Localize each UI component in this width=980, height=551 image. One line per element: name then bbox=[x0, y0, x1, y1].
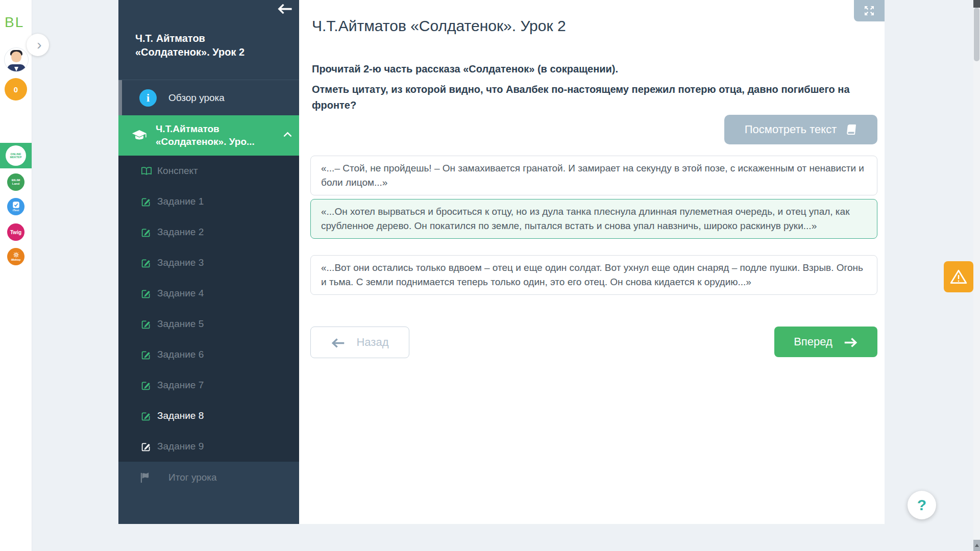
online-mektep-logo-icon: ONLINE MEKTEP bbox=[6, 145, 26, 166]
scrollbar-down-arrow[interactable] bbox=[973, 540, 980, 551]
sidebar-item-task-9[interactable]: Задание 9 bbox=[118, 431, 299, 462]
back-button[interactable] bbox=[276, 1, 294, 16]
page: BL 0 ONLINE MEKTEP BILIM Land iTest Twig bbox=[0, 0, 980, 551]
app-icon-online-mektep[interactable]: ONLINE MEKTEP bbox=[0, 143, 32, 168]
scrollbar-up-arrow[interactable] bbox=[973, 0, 980, 8]
avatar-face bbox=[11, 52, 21, 62]
graduation-cap-icon bbox=[132, 130, 147, 141]
sidebar-item-task-1[interactable]: Задание 1 bbox=[118, 186, 299, 217]
chevron-right-icon: › bbox=[37, 38, 41, 52]
edit-icon bbox=[141, 258, 152, 268]
edit-icon bbox=[141, 227, 152, 238]
bl-logo: BL bbox=[5, 14, 24, 31]
notification-badge[interactable]: 0 bbox=[5, 78, 27, 101]
answer-option-2-selected[interactable]: «...Он хотел вырваться и броситься к отц… bbox=[310, 199, 877, 239]
warning-triangle-icon bbox=[950, 269, 967, 285]
triangle-up-icon bbox=[975, 544, 979, 547]
page-scrollbar[interactable] bbox=[973, 0, 980, 551]
open-book-icon bbox=[141, 166, 152, 176]
fullscreen-button[interactable] bbox=[854, 0, 885, 21]
edit-icon bbox=[141, 349, 152, 360]
edit-icon bbox=[141, 196, 152, 207]
edit-icon bbox=[141, 380, 152, 391]
sun-icon bbox=[13, 252, 19, 258]
app-icon-bilim-land[interactable]: BILIM Land bbox=[7, 173, 24, 191]
sidebar-item-task-5[interactable]: Задание 5 bbox=[118, 309, 299, 339]
answer-option-3[interactable]: «...Вот они остались только вдвоем – оте… bbox=[310, 255, 877, 295]
sidebar-item-task-8[interactable]: Задание 8 bbox=[118, 400, 299, 431]
page-title: Ч.Т.Айтматов «Солдатенок». Урок 2 bbox=[312, 17, 566, 35]
info-icon: i bbox=[139, 89, 157, 107]
scrollbar-thumb[interactable] bbox=[974, 8, 979, 61]
help-button[interactable]: ? bbox=[908, 491, 936, 519]
question-text: Отметь цитату, из которой видно, что Ава… bbox=[312, 82, 879, 113]
sidebar-item-lesson-summary[interactable]: Итог урока bbox=[118, 462, 299, 493]
sidebar-lesson-title: Ч.Т. Айтматов «Солдатенок». Урок 2 bbox=[135, 32, 263, 59]
question-mark-icon: ? bbox=[917, 496, 926, 514]
lesson-content-card: Ч.Т.Айтматов «Солдатенок». Урок 2 Прочит… bbox=[299, 0, 885, 524]
expand-icon bbox=[863, 5, 875, 17]
check-square-icon bbox=[12, 201, 20, 209]
app-icon-imektep[interactable]: iMektep bbox=[7, 248, 24, 265]
arrow-left-icon bbox=[277, 3, 292, 15]
expand-rail-button[interactable]: › bbox=[27, 34, 49, 56]
sidebar-item-overview[interactable]: i Обзор урока bbox=[118, 80, 299, 116]
sidebar-submenu: Конспект Задание 1 Задание 2 Задание 3 bbox=[118, 156, 299, 462]
app-icon-twig[interactable]: Twig bbox=[7, 223, 24, 241]
back-nav-button[interactable]: Назад bbox=[310, 327, 409, 358]
sidebar-item-task-3[interactable]: Задание 3 bbox=[118, 247, 299, 278]
view-text-button[interactable]: Посмотреть текст bbox=[724, 115, 877, 144]
instruction-text: Прочитай 2-ю часть рассказа «Солдатенок»… bbox=[312, 63, 618, 75]
sidebar-item-konspekt[interactable]: Конспект bbox=[118, 156, 299, 186]
report-problem-button[interactable] bbox=[944, 261, 973, 292]
flag-icon bbox=[139, 472, 151, 484]
app-rail: BL 0 ONLINE MEKTEP BILIM Land iTest Twig bbox=[0, 0, 32, 551]
sidebar-section-active[interactable]: Ч.Т.Айтматов «Солдатенок». Уро... bbox=[118, 115, 299, 156]
edit-icon bbox=[141, 441, 152, 452]
chevron-up-icon bbox=[283, 132, 292, 137]
arrow-right-icon bbox=[844, 337, 858, 347]
edit-icon bbox=[141, 319, 152, 330]
app-icon-itest[interactable]: iTest bbox=[7, 198, 24, 215]
sidebar-item-task-7[interactable]: Задание 7 bbox=[118, 370, 299, 400]
arrow-left-icon bbox=[331, 337, 345, 348]
sidebar-item-task-2[interactable]: Задание 2 bbox=[118, 217, 299, 247]
next-nav-button[interactable]: Вперед bbox=[774, 327, 877, 357]
answer-option-1[interactable]: «...– Стой, не пройдешь! – Он замахивает… bbox=[310, 156, 877, 195]
book-icon bbox=[845, 123, 857, 136]
edit-icon bbox=[141, 288, 152, 299]
avatar[interactable] bbox=[4, 47, 29, 72]
sidebar-item-task-4[interactable]: Задание 4 bbox=[118, 278, 299, 309]
edit-icon bbox=[141, 411, 152, 421]
sidebar-item-task-6[interactable]: Задание 6 bbox=[118, 339, 299, 370]
lesson-sidebar: Ч.Т. Айтматов «Солдатенок». Урок 2 i Обз… bbox=[118, 0, 299, 524]
